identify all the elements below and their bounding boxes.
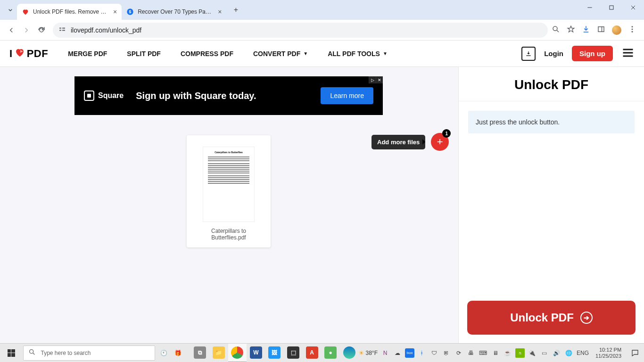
taskbar-clock[interactable]: 10:12 PM 11/25/2023	[592, 347, 625, 359]
nvidia-tray-icon[interactable]: n	[515, 348, 525, 358]
svg-rect-3	[610, 6, 613, 9]
usb-tray-icon[interactable]: 🔌	[528, 348, 537, 358]
bookmark-icon[interactable]	[567, 25, 575, 35]
nav-convert[interactable]: CONVERT PDF▼	[253, 50, 308, 58]
tab-title: Unlock PDF files. Remove PDF p	[33, 8, 108, 15]
maximize-button[interactable]	[601, 0, 622, 15]
signup-button[interactable]: Sign up	[572, 46, 613, 61]
file-explorer-app[interactable]: 📁	[209, 344, 228, 362]
zoom-icon[interactable]	[552, 25, 560, 35]
ad-close-icon[interactable]: ✕	[376, 76, 383, 83]
keyboard-tray-icon[interactable]: ⌨	[479, 348, 488, 358]
minimize-button[interactable]	[579, 0, 601, 15]
tab-strip: Unlock PDF files. Remove PDF p × $ Recov…	[0, 0, 644, 20]
ad-banner[interactable]: Square Sign up with Square today. Learn …	[74, 76, 383, 115]
tab-search-dropdown[interactable]	[4, 3, 17, 16]
unlock-button[interactable]: Unlock PDF ➔	[467, 301, 636, 335]
back-button[interactable]	[4, 23, 19, 38]
close-window-button[interactable]	[622, 0, 644, 15]
security-tray-icon[interactable]: 🛡	[429, 348, 439, 358]
file-card[interactable]: Caterpillars to Butterflies Caterpillars…	[187, 135, 271, 247]
work-area: Square Sign up with Square today. Learn …	[0, 67, 458, 343]
dollar-icon: $	[126, 8, 134, 16]
tab-inactive[interactable]: $ Recover Over 70 Types Passwor ×	[122, 4, 226, 20]
login-link[interactable]: Login	[544, 49, 563, 58]
task-view-button[interactable]: ⧉	[190, 344, 209, 362]
svg-point-14	[632, 31, 633, 32]
notification-icon	[631, 349, 639, 357]
new-tab-button[interactable]: +	[229, 3, 242, 16]
network-tray-icon[interactable]: 🌐	[564, 348, 574, 358]
nav-all-tools[interactable]: ALL PDF TOOLS▼	[328, 50, 388, 58]
photos-app[interactable]: 🖼	[265, 344, 284, 362]
defender-tray-icon[interactable]: ⛨	[442, 348, 451, 358]
taskbar-search[interactable]: Type here to search	[23, 346, 155, 361]
heart-logo-icon	[14, 47, 26, 61]
add-file-button[interactable]: + 1	[431, 133, 449, 151]
printer-tray-icon[interactable]: 🖶	[466, 348, 476, 358]
ad-cta-button[interactable]: Learn more	[321, 87, 373, 104]
language-indicator[interactable]: ENG	[577, 348, 589, 358]
hamburger-menu[interactable]	[621, 46, 635, 61]
edge-app[interactable]	[340, 344, 359, 362]
onedrive-tray-icon[interactable]: ☁	[393, 348, 402, 358]
svg-point-8	[553, 26, 557, 31]
java-tray-icon[interactable]: ☕	[503, 348, 512, 358]
address-bar: ilovepdf.com/unlock_pdf	[0, 20, 644, 41]
onenote-tray-icon[interactable]: N	[380, 348, 390, 358]
nav-split[interactable]: SPLIT PDF	[127, 50, 161, 58]
ad-controls: ▷ ✕	[369, 76, 383, 83]
sidebar-title: Unlock PDF	[459, 67, 644, 101]
bluetooth-tray-icon[interactable]: ᚼ	[417, 348, 427, 358]
nav-compress[interactable]: COMPRESS PDF	[181, 50, 233, 58]
browser-chrome: Unlock PDF files. Remove PDF p × $ Recov…	[0, 0, 644, 20]
downloads-icon[interactable]	[582, 25, 590, 35]
reload-button[interactable]	[34, 23, 49, 38]
windows-logo-icon	[8, 349, 15, 357]
box-tray-icon[interactable]: box	[405, 348, 414, 358]
svg-rect-10	[598, 26, 604, 32]
tab-active[interactable]: Unlock PDF files. Remove PDF p ×	[17, 4, 122, 20]
desktop-app-button[interactable]	[521, 47, 536, 61]
clock-time: 10:12 PM	[595, 347, 621, 353]
chrome-menu-icon[interactable]	[628, 25, 636, 35]
word-app[interactable]: W	[247, 344, 265, 362]
arrow-right-circle-icon: ➔	[580, 312, 593, 324]
close-icon[interactable]: ×	[113, 8, 117, 16]
action-center-button[interactable]	[628, 344, 642, 362]
sidepanel-icon[interactable]	[597, 25, 605, 35]
page-body: Square Sign up with Square today. Learn …	[0, 67, 644, 343]
acrobat-app[interactable]: A	[303, 344, 322, 362]
weather-widget[interactable]: ☀ 38°F	[359, 348, 378, 358]
update-tray-icon[interactable]: ⟳	[454, 348, 463, 358]
svg-text:$: $	[129, 9, 132, 14]
forward-button[interactable]	[19, 23, 34, 38]
plus-icon: +	[437, 136, 443, 148]
gift-widget-icon[interactable]: 🎁	[171, 346, 185, 360]
app-dark[interactable]: ⬚	[284, 344, 303, 362]
clock-widget-icon[interactable]: 🕙	[157, 346, 171, 360]
start-button[interactable]	[0, 344, 22, 362]
svg-point-13	[632, 28, 633, 30]
download-screen-icon	[525, 50, 532, 58]
search-icon	[28, 348, 36, 357]
sound-tray-icon[interactable]: 🔊	[552, 348, 561, 358]
url-text: ilovepdf.com/unlock_pdf	[71, 26, 141, 34]
ad-info-icon[interactable]: ▷	[369, 76, 376, 83]
site-settings-icon[interactable]	[58, 25, 66, 34]
close-icon[interactable]: ×	[218, 8, 222, 16]
profile-avatar[interactable]	[612, 25, 621, 35]
add-more-tooltip: Add more files	[372, 135, 425, 149]
sidebar-footer: Unlock PDF ➔	[459, 292, 644, 343]
battery-tray-icon[interactable]: ▭	[540, 348, 549, 358]
square-logo-icon	[84, 90, 94, 101]
site-header: I PDF MERGE PDF SPLIT PDF COMPRESS PDF C…	[0, 41, 644, 67]
site-logo[interactable]: I PDF	[9, 47, 48, 61]
chrome-app[interactable]	[228, 344, 247, 362]
url-input[interactable]: ilovepdf.com/unlock_pdf	[53, 23, 548, 38]
nav-merge[interactable]: MERGE PDF	[68, 50, 107, 58]
caret-down-icon: ▼	[383, 51, 388, 56]
app-green[interactable]: ●	[321, 344, 340, 362]
monitor-tray-icon[interactable]: 🖥	[491, 348, 500, 358]
ad-brand: Square	[84, 90, 124, 101]
